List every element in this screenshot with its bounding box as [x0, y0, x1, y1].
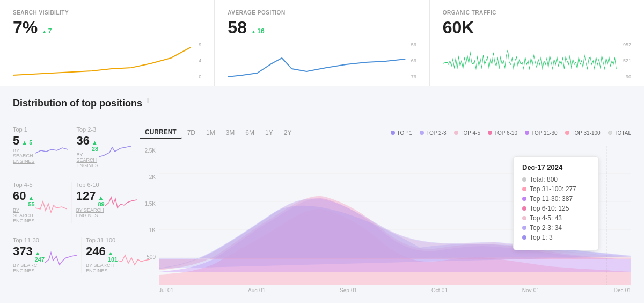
organic-traffic-label: ORGANIC TRAFFIC [443, 10, 631, 16]
y-axis: 2.5K 2K 1.5K 1K 500 [140, 146, 159, 293]
distribution-section: Distribution of top positions i Top 1 5 … [0, 86, 644, 303]
search-visibility-chart: 940 [13, 42, 201, 80]
top4-5-change: ▲ 55 [28, 194, 34, 207]
top11-30-card: Top 11-30 373 ▲ 247 BY SEARCH ENGINES [13, 237, 81, 273]
top1-sub[interactable]: BY SEARCH ENGINES [13, 148, 35, 164]
top4-5-card: Top 4-5 60 ▲ 55 BY SEARCH ENGINES [13, 182, 71, 223]
btn-1y[interactable]: 1Y [260, 127, 279, 139]
btn-7d[interactable]: 7D [182, 127, 201, 139]
legend-top2-3: TOP 2-3 [420, 130, 446, 136]
btn-6m[interactable]: 6M [240, 127, 260, 139]
top11-30-value: 373 [13, 244, 33, 258]
top31-100-value: 246 [86, 244, 106, 258]
top2-3-change: ▲ 28 [92, 139, 99, 152]
organic-traffic-chart: 95252190 [443, 42, 631, 80]
btn-2y[interactable]: 2Y [279, 127, 297, 139]
legend-dot-top6-10 [488, 131, 492, 135]
top11-30-label: Top 11-30 [13, 237, 77, 243]
tooltip-top11-30: Top 11-30: 387 [522, 195, 590, 203]
info-icon: i [147, 97, 149, 104]
btn-1m[interactable]: 1M [201, 127, 221, 139]
top11-30-sub[interactable]: BY SEARCH ENGINES [13, 263, 45, 273]
big-chart-container: 2.5K 2K 1.5K 1K 500 [140, 146, 631, 293]
search-visibility-card: SEARCH VISIBILITY 7% 7 940 [0, 0, 215, 86]
legend-dot-top11-30 [525, 131, 529, 135]
top2-3-card: Top 2-3 36 ▲ 28 BY SEARCH ENGINES [72, 126, 131, 168]
legend-dot-top2-3 [420, 131, 424, 135]
legend-top31-100: TOP 31-100 [565, 130, 601, 136]
tooltip-dot-top6-10 [522, 206, 526, 211]
tooltip-dot-top2-3 [522, 226, 526, 230]
x-axis-labels: Jul-01 Aug-01 Sep-01 Oct-01 Nov-01 Dec-0… [159, 285, 631, 293]
top6-10-value: 127 [76, 189, 96, 203]
top4-5-mini-chart [35, 197, 67, 216]
top31-100-sub[interactable]: BY SEARCH ENGINES [86, 263, 118, 273]
average-position-label: AVERAGE POSITION [228, 10, 416, 16]
search-visibility-change: 7 [42, 27, 52, 35]
top2-3-label: Top 2-3 [77, 126, 131, 133]
legend-dot-top31-100 [565, 131, 569, 135]
top1-change: ▲ 5 [21, 139, 32, 146]
top1-card: Top 1 5 ▲ 5 BY SEARCH ENGINES [13, 126, 72, 168]
chart-legend: TOP 1 TOP 2-3 TOP 4-5 TOP 6-10 [391, 130, 631, 136]
top11-30-mini-chart [45, 250, 77, 269]
top2-3-mini-chart [99, 142, 131, 161]
top1-value: 5 [13, 134, 19, 148]
legend-top6-10: TOP 6-10 [488, 130, 517, 136]
tooltip-total: Total: 800 [522, 176, 590, 183]
legend-top1: TOP 1 [391, 130, 413, 136]
legend-top4-5: TOP 4-5 [454, 130, 480, 136]
chart-controls: CURRENT 7D 1M 3M 6M 1Y 2Y TOP 1 TOP 2-3 [140, 126, 631, 139]
organic-traffic-card: ORGANIC TRAFFIC 60K 95252190 [430, 0, 644, 86]
search-visibility-value: 7% [13, 18, 38, 38]
average-position-chart: 566676 [228, 42, 416, 80]
tooltip-dot-top11-30 [522, 197, 526, 201]
legend-dot-top1 [391, 131, 395, 135]
top6-10-card: Top 6-10 127 ▲ 89 BY SEARCH ENGINES [71, 182, 137, 223]
btn-3m[interactable]: 3M [221, 127, 240, 139]
tooltip-dot-total [522, 177, 526, 182]
top6-10-change: ▲ 89 [98, 194, 104, 207]
top31-100-change: ▲ 101 [108, 250, 118, 263]
legend-dot-top4-5 [454, 131, 458, 135]
tooltip-top1: Top 1: 3 [522, 234, 590, 241]
main-chart-area: CURRENT 7D 1M 3M 6M 1Y 2Y TOP 1 TOP 2-3 [131, 126, 631, 293]
btn-current[interactable]: CURRENT [140, 126, 182, 139]
legend-total: TOTAL [608, 130, 631, 136]
tooltip-date: Dec-17 2024 [522, 163, 590, 171]
tooltip-dot-top1 [522, 235, 526, 240]
tooltip-dot-top4-5 [522, 216, 526, 220]
top6-10-sub[interactable]: BY SEARCH ENGINES [76, 207, 105, 218]
legend-dot-total [608, 131, 612, 135]
average-position-card: AVERAGE POSITION 58 16 566676 [215, 0, 429, 86]
legend-top11-30: TOP 11-30 [525, 130, 558, 136]
tooltip-top4-5: Top 4-5: 43 [522, 214, 590, 222]
top2-3-sub[interactable]: BY SEARCH ENGINES [77, 152, 99, 168]
position-cards-container: Top 1 5 ▲ 5 BY SEARCH ENGINES [13, 126, 131, 293]
top4-5-sub[interactable]: BY SEARCH ENGINES [13, 207, 35, 223]
section-title: Distribution of top positions i [13, 97, 149, 109]
top2-3-value: 36 [77, 134, 90, 148]
top6-10-label: Top 6-10 [76, 182, 137, 188]
top1-mini-chart [35, 140, 68, 158]
search-visibility-label: SEARCH VISIBILITY [13, 10, 201, 16]
top4-5-label: Top 4-5 [13, 182, 67, 188]
top1-label: Top 1 [13, 126, 68, 133]
top11-30-change: ▲ 247 [35, 250, 45, 263]
organic-traffic-value: 60K [443, 18, 474, 38]
tooltip-dot-top31-100 [522, 187, 526, 191]
chart-tooltip: Dec-17 2024 Total: 800 Top 31-100: 277 [513, 156, 599, 250]
tooltip-top6-10: Top 6-10: 125 [522, 205, 590, 212]
average-position-value: 58 [228, 18, 247, 38]
top4-5-value: 60 [13, 189, 26, 203]
average-position-change: 16 [251, 27, 265, 35]
tooltip-top2-3: Top 2-3: 34 [522, 224, 590, 232]
tooltip-top31-100: Top 31-100: 277 [522, 185, 590, 193]
